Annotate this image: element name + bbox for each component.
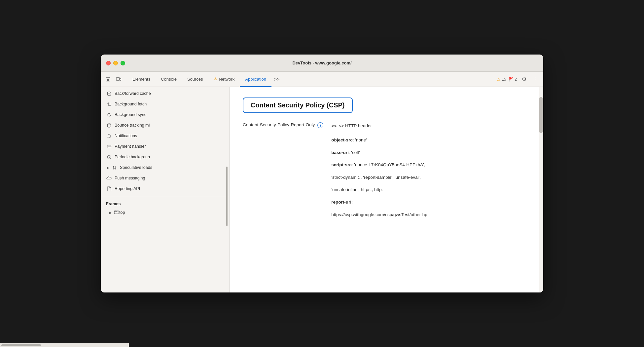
background-fetch-label: Background fetch (115, 102, 147, 106)
http-header-line: <> <> HTTP header (331, 122, 427, 130)
device-icon (116, 77, 121, 82)
gear-icon: ⚙ (522, 76, 526, 82)
sidebar-item-background-sync[interactable]: Background sync (101, 109, 229, 120)
bell-icon (106, 133, 112, 139)
tab-network[interactable]: ⚠ Network (208, 72, 240, 87)
bounce-tracking-icon (106, 122, 112, 128)
csp-title: Content Security Policy (CSP) (251, 101, 345, 109)
error-badge[interactable]: 🚩 2 (509, 77, 517, 82)
csp-policy-row: Content-Security-Policy-Report-Only i <>… (243, 122, 530, 223)
frames-section-header: Frames (101, 198, 229, 208)
csp-value-block: <> <> HTTP header object-src: 'none' bas… (331, 122, 427, 223)
tab-sources[interactable]: Sources (182, 72, 208, 87)
svg-rect-8 (114, 211, 119, 214)
policy-unsafe-inline: 'unsafe-inline', https:, http: (331, 186, 427, 193)
cursor-icon (105, 77, 111, 82)
window-title: DevTools - www.google.com/ (292, 60, 351, 65)
frames-top-label: top (119, 210, 125, 215)
frames-expand-icon: ▶ (109, 211, 113, 214)
svg-point-4 (107, 124, 111, 125)
minimize-button[interactable] (113, 61, 118, 65)
file-icon (106, 186, 112, 192)
more-options-button[interactable]: ⋮ (531, 75, 541, 84)
policy-script-src: script-src: 'nonce-l-7rK04QpY5oeS4-HPPkh… (331, 161, 427, 169)
code-brackets-icon: <> (331, 122, 337, 130)
settings-button[interactable]: ⚙ (519, 75, 529, 84)
sync-icon (106, 112, 112, 118)
sidebar-item-push-messaging[interactable]: Push messaging (101, 173, 229, 183)
more-tabs-button[interactable]: >> (271, 72, 282, 87)
tab-console[interactable]: Console (156, 72, 182, 87)
speculative-icon (111, 165, 117, 171)
payment-handler-label: Payment handler (115, 144, 146, 149)
network-warning-icon: ⚠ (214, 77, 217, 81)
svg-rect-6 (107, 145, 111, 148)
arrows-up-down-icon (106, 101, 112, 107)
tab-elements[interactable]: Elements (127, 72, 156, 87)
folder-icon (114, 210, 119, 215)
policy-strict-dynamic: 'strict-dynamic', 'report-sample', 'unsa… (331, 174, 427, 181)
bounce-tracking-label: Bounce tracking mi (115, 123, 150, 128)
cloud-icon (106, 175, 112, 181)
inspect-element-button[interactable] (103, 75, 113, 84)
policy-report-uri-label: report-uri: (331, 199, 427, 206)
speculative-loads-label: Speculative loads (120, 165, 152, 170)
svg-point-5 (109, 134, 109, 135)
warning-badge[interactable]: ⚠ 15 (497, 77, 506, 82)
toolbar: Elements Console Sources ⚠ Network Appli… (101, 72, 543, 87)
cylinder-icon (106, 91, 112, 96)
close-button[interactable] (106, 61, 111, 65)
sidebar-item-notifications[interactable]: Notifications (101, 131, 229, 141)
svg-rect-1 (116, 78, 120, 80)
sidebar-item-back-forward-cache[interactable]: Back/forward cache (101, 88, 229, 99)
push-messaging-label: Push messaging (115, 176, 145, 180)
background-sync-label: Background sync (115, 112, 146, 117)
reporting-api-label: Reporting API (115, 186, 140, 191)
toolbar-right: ⚠ 15 🚩 2 ⚙ ⋮ (497, 75, 541, 84)
sidebar-item-payment-handler[interactable]: Payment handler (101, 141, 229, 152)
titlebar: DevTools - www.google.com/ (101, 55, 543, 72)
expand-arrow-icon: ▶ (106, 166, 110, 170)
traffic-lights (106, 61, 125, 65)
sidebar-item-periodic-background[interactable]: Periodic backgroun (101, 152, 229, 162)
sidebar-item-reporting-api[interactable]: Reporting API (101, 183, 229, 194)
sidebar-item-frames-top[interactable]: ▶ top (101, 208, 229, 217)
svg-rect-2 (120, 78, 121, 80)
periodic-background-label: Periodic backgroun (115, 155, 150, 159)
toolbar-icons (103, 75, 123, 84)
device-toggle-button[interactable] (114, 75, 123, 84)
svg-point-3 (107, 92, 111, 93)
maximize-button[interactable] (121, 61, 125, 65)
clock-icon (106, 154, 112, 160)
sidebar-item-bounce-tracking[interactable]: Bounce tracking mi (101, 120, 229, 131)
back-forward-cache-label: Back/forward cache (115, 91, 151, 96)
warning-icon: ⚠ (497, 77, 501, 82)
tab-application[interactable]: Application (240, 72, 271, 87)
sidebar-item-speculative-loads[interactable]: ▶ Speculative loads (101, 162, 229, 173)
notifications-label: Notifications (115, 134, 137, 138)
csp-policy-label: Content-Security-Policy-Report-Only (243, 122, 315, 127)
devtools-window: DevTools - www.google.com/ Elements Cons… (101, 55, 543, 292)
more-icon: ⋮ (533, 76, 539, 82)
sidebar: Back/forward cache Background fetch (101, 87, 230, 292)
payment-icon (106, 143, 112, 149)
info-icon[interactable]: i (317, 122, 323, 128)
main-content: Back/forward cache Background fetch (101, 87, 543, 292)
policy-object-src: object-src: 'none' (331, 136, 427, 144)
policy-report-uri-value: https://csp.withgoogle.com/csp/gwsTest/o… (331, 211, 427, 218)
policy-base-uri: base-uri: 'self' (331, 149, 427, 156)
sidebar-divider (101, 196, 229, 196)
csp-title-box: Content Security Policy (CSP) (243, 97, 353, 113)
sidebar-item-background-fetch[interactable]: Background fetch (101, 99, 229, 109)
error-icon: 🚩 (509, 77, 514, 82)
content-panel: Content Security Policy (CSP) Content-Se… (230, 87, 543, 292)
